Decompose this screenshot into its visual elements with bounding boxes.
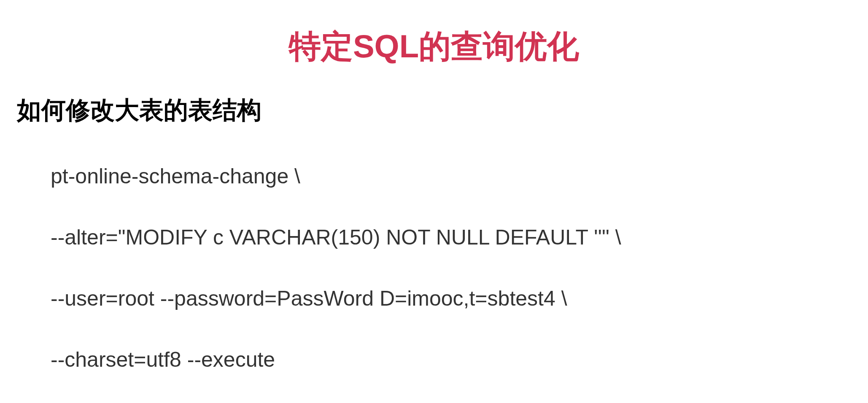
slide-subtitle: 如何修改大表的表结构	[13, 94, 855, 127]
code-line-1: pt-online-schema-change \	[51, 156, 855, 196]
code-line-3: --user=root --password=PassWord D=imooc,…	[51, 279, 855, 319]
slide-title: 特定SQL的查询优化	[13, 25, 855, 69]
code-line-4: --charset=utf8 --execute	[51, 340, 855, 380]
code-block: pt-online-schema-change \ --alter="MODIF…	[13, 156, 855, 380]
code-line-2: --alter="MODIFY c VARCHAR(150) NOT NULL …	[51, 218, 855, 258]
